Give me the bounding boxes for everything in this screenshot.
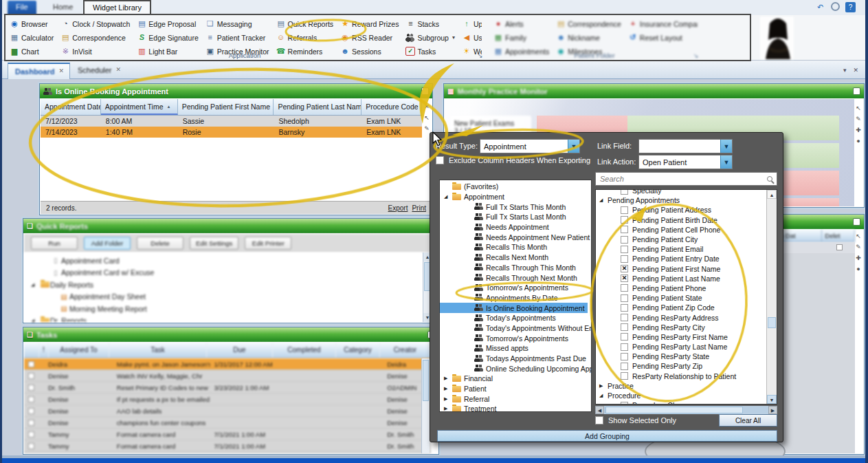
expander-icon[interactable] xyxy=(31,282,39,288)
doc-tab-dashboard[interactable]: Dashboard ✕ xyxy=(8,63,70,79)
checkbox[interactable] xyxy=(621,246,628,253)
checkbox[interactable] xyxy=(621,189,628,195)
ribbon-button[interactable]: Correspondence xyxy=(554,17,623,30)
tab-file[interactable]: File xyxy=(8,1,36,15)
pointer-icon[interactable]: ↖ xyxy=(856,105,861,111)
tree-item[interactable]: Full Tx Starts This Month xyxy=(440,202,568,212)
table-row[interactable]: Dr. Smith Reset Primary ID Codes to new … xyxy=(24,382,431,394)
field-item[interactable]: Pending Patient Email xyxy=(596,244,766,254)
widget-header[interactable]: ❏ Quick Reports xyxy=(23,219,432,233)
field-item[interactable]: ResParty Relationship to Patient xyxy=(596,372,766,381)
checkbox[interactable] xyxy=(28,431,34,438)
ribbon-button[interactable]: Insurance Companies xyxy=(626,17,698,30)
table-row[interactable]: Tammy Format camera card 7/1/2021 1:00 A… xyxy=(24,429,431,440)
checkbox[interactable] xyxy=(621,402,628,405)
ribbon-button[interactable]: Subgroup xyxy=(403,31,457,44)
scroll-down-icon[interactable]: ▼ xyxy=(767,395,777,404)
tree-item[interactable]: Needs Appointment xyxy=(440,222,552,233)
scrollbar[interactable]: ▲ ▼ xyxy=(766,190,777,404)
scroll-thumb[interactable] xyxy=(605,407,743,413)
dialog-launcher-icon[interactable]: ↘ xyxy=(693,52,699,59)
ribbon-button[interactable]: Browser xyxy=(8,17,56,30)
close-icon[interactable]: ✕ xyxy=(116,66,122,79)
checkbox[interactable] xyxy=(621,274,628,282)
ribbon-button[interactable]: Stacks xyxy=(403,17,457,30)
checkbox[interactable] xyxy=(621,255,628,263)
wrench-icon[interactable]: ✚ xyxy=(856,127,861,133)
field-item[interactable]: Pending Patient Birth Date xyxy=(596,215,766,225)
tree-item[interactable]: Today's Appointments xyxy=(440,313,559,323)
tree-item[interactable]: Dr. Reports xyxy=(24,315,423,323)
search-input[interactable]: Search xyxy=(595,172,777,186)
expander-icon[interactable] xyxy=(444,194,452,200)
field-item[interactable]: Pending Patient First Name xyxy=(596,264,766,274)
table-row[interactable]: 7/12/2023 8:00 AM Sassie Shedolph Exam L… xyxy=(41,116,422,127)
tree-item[interactable]: Appointment xyxy=(440,192,507,202)
column-header[interactable]: Creator xyxy=(380,343,431,358)
column-header[interactable]: Completed xyxy=(273,343,336,358)
chevron-down-icon[interactable]: ▼ xyxy=(720,140,732,153)
checkbox[interactable] xyxy=(621,304,628,312)
checkbox[interactable] xyxy=(621,294,628,302)
chevron-down-icon[interactable]: ▾ xyxy=(843,67,847,74)
expander-icon[interactable] xyxy=(444,396,452,402)
widget-handle-icon[interactable] xyxy=(421,87,429,95)
export-link[interactable]: Export xyxy=(388,204,408,212)
pointer-icon[interactable]: ↖ xyxy=(424,114,430,121)
column-header[interactable]: ! xyxy=(39,343,49,358)
widget-header[interactable]: ▦ Monthly Practice Monitor xyxy=(444,84,864,98)
horizontal-scrollbar[interactable]: ◀ ▶ xyxy=(595,406,777,414)
column-header[interactable]: Appointment Date xyxy=(41,99,101,115)
expander-icon[interactable] xyxy=(599,197,608,203)
tab-home[interactable]: Home xyxy=(45,1,81,15)
scroll-right-icon[interactable]: ▶ xyxy=(768,406,777,414)
checkbox[interactable] xyxy=(621,363,628,370)
expander-icon[interactable] xyxy=(31,318,39,322)
checkbox[interactable] xyxy=(621,314,628,321)
column-header[interactable]: Procedure Code xyxy=(361,99,422,115)
tree-item[interactable]: (Favorites) xyxy=(440,182,501,192)
show-selected-checkbox[interactable]: Show Selected Only xyxy=(595,416,676,424)
table-row[interactable]: Denise If pt requests a px to be emailed… xyxy=(24,394,431,405)
wrench-icon[interactable]: ✚ xyxy=(856,255,861,261)
exclude-headers-checkbox[interactable]: Exclude Column Headers When Exporting xyxy=(436,156,590,164)
tree-item[interactable]: Appointments By Date xyxy=(440,293,560,303)
column-header[interactable]: Assigned To xyxy=(49,343,109,358)
tree-item[interactable]: Needs Appointment New Patient xyxy=(440,232,592,242)
tab-widget-library[interactable]: Widget Library xyxy=(83,0,151,15)
checkbox[interactable] xyxy=(28,361,34,367)
expander-icon[interactable] xyxy=(444,376,452,381)
field-item[interactable]: Pending Patient Entry Date xyxy=(596,254,766,263)
field-item[interactable]: Pending ResParty State xyxy=(596,352,766,361)
pin-icon[interactable]: ✎ xyxy=(856,244,861,250)
widget-handle-icon[interactable] xyxy=(853,87,860,95)
table-row[interactable]: Tammy Format camera card 7/1/2021 1:00 A… xyxy=(24,440,431,452)
table-row[interactable]: Denise Watch INV Kelly, Maggie, Chr Deni… xyxy=(24,370,431,382)
ribbon-button[interactable]: Messaging xyxy=(203,17,271,30)
widget-header[interactable]: Is Online Booking Appointment xyxy=(40,84,432,98)
checkbox[interactable] xyxy=(621,343,628,351)
checkbox[interactable] xyxy=(621,265,628,272)
tree-item[interactable]: Recalls Next Month xyxy=(440,252,551,263)
tree-item[interactable]: Tomorrow's Appointments xyxy=(440,333,571,343)
toolbar-button[interactable]: Delete xyxy=(137,237,183,250)
ribbon-button[interactable]: Clock / Stopwatch xyxy=(58,17,132,30)
tree-item[interactable]: Recalls Through Next Month xyxy=(440,272,580,283)
checkbox[interactable] xyxy=(621,284,628,292)
tree-item[interactable]: Is Online Booking Appointment xyxy=(440,303,588,313)
tree-item[interactable]: Online Scheduling Upcoming Appts xyxy=(440,363,592,374)
table-row[interactable]: Deidra Make pymt. on Jason Jameson's A 1… xyxy=(24,358,431,370)
field-item[interactable]: Pending Appointments xyxy=(596,195,766,205)
checkbox[interactable] xyxy=(28,420,34,426)
field-item[interactable]: Pending Patient City xyxy=(596,235,766,244)
ribbon-button[interactable]: Edge Signature xyxy=(135,31,200,44)
add-grouping-button[interactable]: Add Grouping xyxy=(437,430,777,442)
checkbox[interactable] xyxy=(28,408,34,414)
checkbox[interactable] xyxy=(28,396,34,402)
tree-item[interactable]: Financial xyxy=(440,374,496,384)
tree-item[interactable]: Full Tx Starts Last Month xyxy=(440,212,569,222)
field-item[interactable]: Pending Patient Address xyxy=(596,205,766,215)
pointer-icon[interactable]: ↖ xyxy=(856,233,861,239)
checkbox[interactable] xyxy=(621,216,628,224)
field-item[interactable]: Pending ResParty Address xyxy=(596,312,766,322)
